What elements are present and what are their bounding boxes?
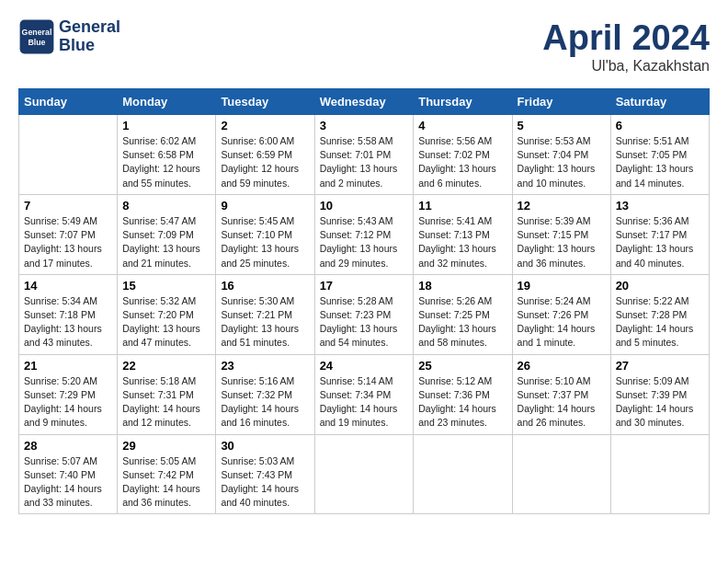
daylight: Daylight: 14 hours and 5 minutes.: [616, 323, 694, 348]
cell-content: Sunrise: 5:32 AM Sunset: 7:20 PM Dayligh…: [122, 294, 210, 350]
day-number: 15: [122, 279, 210, 293]
daylight: Daylight: 14 hours and 23 minutes.: [418, 403, 496, 428]
sunset: Sunset: 7:39 PM: [616, 389, 688, 400]
sunrise: Sunrise: 5:56 AM: [418, 135, 492, 146]
day-number: 4: [418, 119, 506, 132]
daylight: Daylight: 13 hours and 21 minutes.: [122, 243, 200, 268]
cell-content: Sunrise: 5:30 AM Sunset: 7:21 PM Dayligh…: [221, 294, 309, 350]
cell-content: Sunrise: 5:41 AM Sunset: 7:13 PM Dayligh…: [418, 214, 506, 270]
sunset: Sunset: 6:59 PM: [221, 149, 292, 160]
sunrise: Sunrise: 5:32 AM: [122, 295, 196, 306]
sunrise: Sunrise: 5:03 AM: [221, 455, 294, 466]
logo: General Blue General Blue: [18, 18, 120, 55]
cell-content: Sunrise: 5:43 AM Sunset: 7:12 PM Dayligh…: [320, 214, 409, 270]
sunset: Sunset: 7:43 PM: [221, 469, 292, 480]
calendar-cell: 8 Sunrise: 5:47 AM Sunset: 7:09 PM Dayli…: [118, 194, 216, 274]
daylight: Daylight: 13 hours and 51 minutes.: [221, 323, 299, 348]
sunrise: Sunrise: 5:12 AM: [418, 375, 492, 386]
daylight: Daylight: 14 hours and 1 minute.: [518, 323, 596, 348]
sunrise: Sunrise: 5:41 AM: [418, 215, 492, 226]
day-number: 17: [320, 279, 409, 293]
calendar-cell: 25 Sunrise: 5:12 AM Sunset: 7:36 PM Dayl…: [414, 354, 512, 434]
day-number: 27: [616, 359, 704, 373]
cell-content: Sunrise: 5:28 AM Sunset: 7:23 PM Dayligh…: [320, 294, 409, 350]
cell-content: Sunrise: 5:36 AM Sunset: 7:17 PM Dayligh…: [616, 214, 704, 270]
day-number: 26: [518, 359, 606, 373]
daylight: Daylight: 12 hours and 55 minutes.: [122, 163, 200, 188]
sunrise: Sunrise: 5:30 AM: [221, 295, 294, 306]
calendar-cell: 2 Sunrise: 6:00 AM Sunset: 6:59 PM Dayli…: [216, 115, 314, 195]
sunrise: Sunrise: 5:43 AM: [320, 215, 393, 226]
calendar-cell: 9 Sunrise: 5:45 AM Sunset: 7:10 PM Dayli…: [216, 194, 314, 274]
calendar-cell: 10 Sunrise: 5:43 AM Sunset: 7:12 PM Dayl…: [314, 194, 414, 274]
calendar-cell: [512, 434, 610, 514]
cell-content: Sunrise: 5:22 AM Sunset: 7:28 PM Dayligh…: [616, 294, 704, 350]
daylight: Daylight: 13 hours and 14 minutes.: [616, 163, 694, 188]
calendar-week-row: 7 Sunrise: 5:49 AM Sunset: 7:07 PM Dayli…: [19, 194, 710, 274]
calendar-cell: 11 Sunrise: 5:41 AM Sunset: 7:13 PM Dayl…: [414, 194, 512, 274]
sunset: Sunset: 7:26 PM: [518, 309, 589, 320]
weekday-header: Thursday: [414, 89, 512, 115]
sunset: Sunset: 7:12 PM: [320, 229, 392, 240]
calendar-cell: 26 Sunrise: 5:10 AM Sunset: 7:37 PM Dayl…: [512, 354, 610, 434]
weekday-header: Friday: [512, 89, 610, 115]
sunrise: Sunrise: 5:53 AM: [518, 135, 591, 146]
sunset: Sunset: 7:20 PM: [122, 309, 194, 320]
calendar-cell: 19 Sunrise: 5:24 AM Sunset: 7:26 PM Dayl…: [512, 274, 610, 354]
sunrise: Sunrise: 5:36 AM: [616, 215, 689, 226]
calendar-cell: 5 Sunrise: 5:53 AM Sunset: 7:04 PM Dayli…: [512, 115, 610, 195]
daylight: Daylight: 14 hours and 33 minutes.: [24, 483, 102, 508]
sunrise: Sunrise: 5:24 AM: [518, 295, 591, 306]
daylight: Daylight: 13 hours and 17 minutes.: [24, 243, 102, 268]
sunset: Sunset: 7:29 PM: [24, 389, 96, 400]
calendar-cell: 23 Sunrise: 5:16 AM Sunset: 7:32 PM Dayl…: [216, 354, 314, 434]
weekday-header: Tuesday: [216, 89, 314, 115]
day-number: 28: [24, 439, 112, 453]
daylight: Daylight: 13 hours and 58 minutes.: [418, 323, 496, 348]
weekday-header: Monday: [118, 89, 216, 115]
calendar-cell: 14 Sunrise: 5:34 AM Sunset: 7:18 PM Dayl…: [19, 274, 118, 354]
sunset: Sunset: 7:01 PM: [320, 149, 392, 160]
sunset: Sunset: 7:37 PM: [518, 389, 589, 400]
day-number: 19: [518, 279, 606, 293]
sunset: Sunset: 7:21 PM: [221, 309, 292, 320]
sunset: Sunset: 7:23 PM: [320, 309, 392, 320]
cell-content: Sunrise: 5:18 AM Sunset: 7:31 PM Dayligh…: [122, 374, 210, 431]
cell-content: Sunrise: 6:00 AM Sunset: 6:59 PM Dayligh…: [221, 134, 309, 190]
calendar-week-row: 14 Sunrise: 5:34 AM Sunset: 7:18 PM Dayl…: [19, 274, 710, 354]
sunrise: Sunrise: 5:16 AM: [221, 375, 294, 386]
weekday-header-row: SundayMondayTuesdayWednesdayThursdayFrid…: [19, 89, 710, 115]
logo-line1: General: [59, 18, 120, 37]
calendar-week-row: 28 Sunrise: 5:07 AM Sunset: 7:40 PM Dayl…: [19, 434, 710, 514]
sunrise: Sunrise: 5:58 AM: [320, 135, 393, 146]
sunrise: Sunrise: 5:34 AM: [24, 295, 97, 306]
calendar-table: SundayMondayTuesdayWednesdayThursdayFrid…: [18, 88, 710, 514]
daylight: Daylight: 13 hours and 2 minutes.: [320, 163, 398, 188]
sunset: Sunset: 7:18 PM: [24, 309, 96, 320]
sunrise: Sunrise: 5:07 AM: [24, 455, 97, 466]
day-number: 23: [221, 359, 309, 373]
daylight: Daylight: 13 hours and 6 minutes.: [418, 163, 496, 188]
calendar-cell: 13 Sunrise: 5:36 AM Sunset: 7:17 PM Dayl…: [610, 194, 709, 274]
daylight: Daylight: 14 hours and 40 minutes.: [221, 483, 299, 508]
cell-content: Sunrise: 6:02 AM Sunset: 6:58 PM Dayligh…: [122, 134, 210, 190]
sunrise: Sunrise: 5:47 AM: [122, 215, 196, 226]
sunset: Sunset: 7:34 PM: [320, 389, 392, 400]
calendar-cell: 15 Sunrise: 5:32 AM Sunset: 7:20 PM Dayl…: [118, 274, 216, 354]
day-number: 30: [221, 439, 309, 453]
day-number: 3: [320, 119, 409, 132]
day-number: 18: [418, 279, 506, 293]
day-number: 1: [122, 119, 210, 132]
daylight: Daylight: 12 hours and 59 minutes.: [221, 163, 299, 188]
calendar-cell: 18 Sunrise: 5:26 AM Sunset: 7:25 PM Dayl…: [414, 274, 512, 354]
daylight: Daylight: 13 hours and 10 minutes.: [518, 163, 596, 188]
sunrise: Sunrise: 5:18 AM: [122, 375, 196, 386]
daylight: Daylight: 14 hours and 19 minutes.: [320, 403, 398, 428]
cell-content: Sunrise: 5:03 AM Sunset: 7:43 PM Dayligh…: [221, 454, 309, 511]
day-number: 22: [122, 359, 210, 373]
sunset: Sunset: 7:25 PM: [418, 309, 490, 320]
daylight: Daylight: 13 hours and 40 minutes.: [616, 243, 694, 268]
calendar-cell: 20 Sunrise: 5:22 AM Sunset: 7:28 PM Dayl…: [610, 274, 709, 354]
day-number: 10: [320, 199, 409, 213]
calendar-cell: [314, 434, 414, 514]
